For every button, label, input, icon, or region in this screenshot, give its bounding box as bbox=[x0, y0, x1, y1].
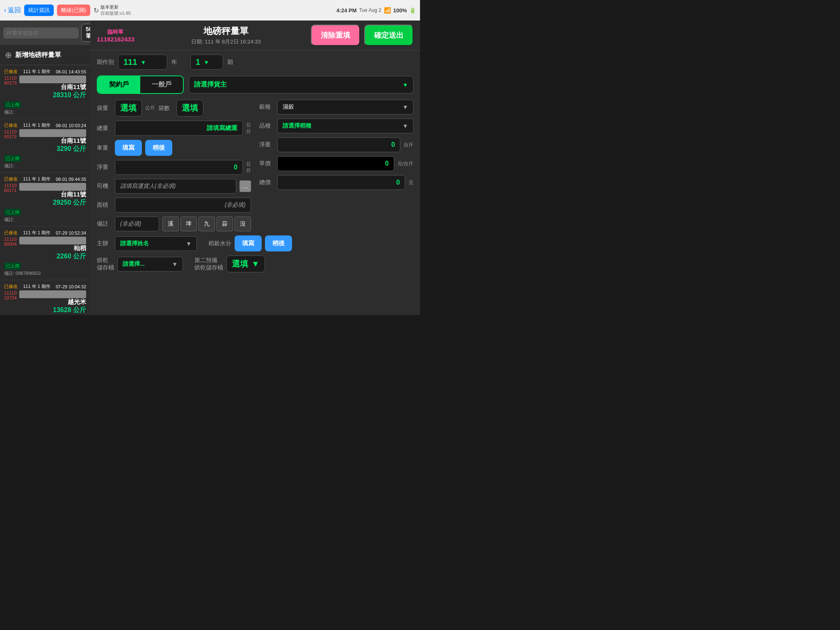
list-item[interactable]: 已修改 111 年 1 期作 08-01 10:03:24 11110 6017… bbox=[0, 119, 90, 173]
total-price-value: 0 bbox=[396, 179, 400, 186]
remark-btn-5[interactable]: 沒 bbox=[235, 217, 251, 231]
record-person: 黃國盟[111年] bbox=[19, 290, 86, 298]
drying-row: 烘乾 儲存桶 請選擇... ▼ 第二預備 烘乾儲存桶 選填 ▼ bbox=[97, 256, 413, 272]
remark-btn-2[interactable]: 埤 bbox=[180, 217, 197, 231]
total-weight-unit: 公斤 bbox=[246, 121, 251, 135]
clear-button[interactable]: 清除重填 bbox=[311, 25, 360, 46]
back-button[interactable]: ‹ 返回 bbox=[4, 6, 21, 15]
record-id2: 60172 bbox=[4, 134, 17, 139]
refresh-icon: ↻ bbox=[94, 7, 99, 14]
grain-type-select[interactable]: 濕穀 ▼ bbox=[277, 100, 413, 114]
period-select[interactable]: 111 ▼ bbox=[118, 55, 167, 70]
record-note: 備註: bbox=[4, 217, 86, 223]
list-item[interactable]: 已修改 111 年 1 期作 07-29 10:04:32 11110 1072… bbox=[0, 280, 90, 315]
area-row: 面積 (非必填) bbox=[97, 198, 251, 212]
unit-price-label: 單價 bbox=[259, 160, 274, 167]
owner-arrow-icon: ▼ bbox=[402, 82, 408, 88]
second-reserve-select[interactable]: 選填 ▼ bbox=[226, 256, 265, 272]
right-panel: 臨時單 11182162433 地磅秤量單 日期: 111 年 8月2日 16:… bbox=[90, 21, 420, 315]
total-weight-input[interactable]: 請填寫總重 bbox=[115, 121, 243, 136]
variety-select[interactable]: 請選擇稻種 ▼ bbox=[277, 119, 413, 133]
search-bar: 50 筆 bbox=[0, 21, 90, 45]
records-list: 已修改 111 年 1 期作 08-01 14:43:55 11110 6017… bbox=[0, 65, 90, 315]
new-record-button[interactable]: ⊕ 新增地磅秤量單 bbox=[0, 45, 90, 65]
remark-input[interactable]: (非必填) bbox=[115, 217, 159, 231]
record-upload-status: 已上傳 bbox=[4, 101, 21, 108]
grain-type-label: 穀種 bbox=[259, 103, 274, 111]
record-person: 張瑞峰 bbox=[19, 183, 86, 191]
remark-btn-3[interactable]: 九 bbox=[199, 217, 215, 231]
area-label: 面積 bbox=[97, 201, 112, 209]
net-weight-right-input: 0 bbox=[277, 137, 400, 152]
total-price-label: 總價 bbox=[259, 179, 274, 186]
year-select[interactable]: 1 ▼ bbox=[190, 55, 223, 70]
variety-row: 品種 請選擇稻種 ▼ bbox=[259, 119, 413, 133]
record-note: 備註: 0987896822 bbox=[4, 270, 86, 276]
record-person: 張瑞峰[111.11 bbox=[19, 129, 86, 137]
variety-label: 品種 bbox=[259, 122, 274, 130]
unit-price-row: 單價 0 元/台斤 bbox=[259, 156, 413, 171]
toggle-contract[interactable]: 契約戶 bbox=[98, 76, 140, 93]
record-year-period: 111 年 1 期作 bbox=[23, 68, 50, 75]
record-year-period: 111 年 1 期作 bbox=[23, 283, 50, 290]
record-datetime: 08-01 09:44:35 bbox=[56, 177, 86, 182]
fill-moisture-button[interactable]: 填寫 bbox=[235, 235, 262, 251]
list-item[interactable]: 已修改 111 年 1 期作 07-29 10:52:34 11110 8000… bbox=[0, 226, 90, 280]
area-input[interactable]: (非必填) bbox=[115, 198, 251, 212]
bag-weight-select[interactable]: 選填 bbox=[115, 100, 142, 116]
main-layout: 50 筆 ⊕ 新增地磅秤量單 已修改 111 年 1 期作 08-01 14:4… bbox=[0, 21, 420, 315]
organizer-arrow-icon: ▼ bbox=[186, 240, 192, 247]
drying-select[interactable]: 請選擇... ▼ bbox=[117, 257, 183, 272]
year-label: 年 bbox=[171, 59, 186, 66]
record-id1: 11110 bbox=[4, 183, 17, 188]
driver-input[interactable]: 請填寫運貨人(非必填) bbox=[115, 179, 236, 194]
record-person: 某人 bbox=[19, 237, 86, 244]
remark-btn-4[interactable]: 蒜 bbox=[217, 217, 233, 231]
toggle-general[interactable]: 一般戶 bbox=[140, 76, 183, 93]
record-status: 已修改 bbox=[4, 230, 18, 236]
remark-placeholder: (非必填) bbox=[120, 220, 141, 228]
owner-select[interactable]: 請選擇貨主 ▼ bbox=[189, 76, 413, 94]
record-weight: 29250 公斤 bbox=[19, 199, 86, 207]
later-moisture-button[interactable]: 稍後 bbox=[265, 235, 292, 251]
later-vehicle-button[interactable]: 稍後 bbox=[145, 140, 172, 156]
grain-arrow-icon: ▼ bbox=[402, 104, 408, 110]
record-variety: 越光米 bbox=[19, 298, 86, 306]
record-person: 張瑞峰[111年] bbox=[19, 75, 86, 83]
total-weight-label: 總重 bbox=[97, 125, 112, 132]
unit-price-input[interactable]: 0 bbox=[277, 156, 394, 171]
record-upload-status: 已上傳 bbox=[4, 209, 21, 216]
stats-button[interactable]: 統計資訊 bbox=[24, 5, 54, 16]
offline-button[interactable]: 離線(已關) bbox=[57, 5, 90, 16]
record-weight: 13628 公斤 bbox=[19, 306, 86, 315]
grain-type-row: 穀種 濕穀 ▼ bbox=[259, 100, 413, 114]
more-button[interactable]: ... bbox=[240, 180, 251, 192]
driver-placeholder: 請填寫運貨人(非必填) bbox=[120, 183, 176, 190]
organizer-label: 主辦 bbox=[97, 240, 112, 247]
period-arrow-icon: ▼ bbox=[140, 59, 146, 66]
area-placeholder: (非必填) bbox=[225, 201, 246, 209]
record-weight: 28310 公斤 bbox=[19, 91, 86, 100]
bag-count-select[interactable]: 選填 bbox=[176, 100, 203, 116]
time-display: 4:24 PM bbox=[336, 7, 356, 14]
organizer-row: 主辦 請選擇姓名 ▼ 稻穀水分 填寫 稍後 bbox=[97, 235, 413, 251]
record-variety: 台南11號 bbox=[19, 137, 86, 145]
net-weight-input[interactable]: 0 bbox=[115, 160, 243, 175]
record-note: 備註: bbox=[4, 163, 86, 169]
fill-vehicle-button[interactable]: 填寫 bbox=[115, 140, 142, 156]
back-chevron-icon: ‹ bbox=[4, 7, 6, 14]
record-id1: 11110 bbox=[4, 290, 17, 295]
total-price-row: 總價 0 元 bbox=[259, 175, 413, 190]
net-weight-label: 淨重 bbox=[97, 164, 112, 171]
bag-weight-label: 袋重 bbox=[97, 105, 112, 112]
confirm-button[interactable]: 確定送出 bbox=[364, 25, 413, 46]
remark-btn-1[interactable]: 溪 bbox=[162, 217, 179, 231]
list-item[interactable]: 已修改 111 年 1 期作 08-01 14:43:55 11110 6017… bbox=[0, 65, 90, 119]
remark-label: 備註 bbox=[97, 220, 112, 228]
search-input[interactable] bbox=[3, 27, 79, 39]
form-area: 期作別 111 ▼ 年 1 ▼ 期 契約戶 一般戶 請選擇 bbox=[90, 50, 420, 315]
total-price-unit: 元 bbox=[409, 179, 413, 186]
list-item[interactable]: 已修改 111 年 1 期作 08-01 09:44:35 11110 6017… bbox=[0, 173, 90, 226]
vehicle-weight-row: 車重 填寫 稍後 bbox=[97, 140, 251, 156]
organizer-select[interactable]: 請選擇姓名 ▼ bbox=[115, 236, 197, 251]
